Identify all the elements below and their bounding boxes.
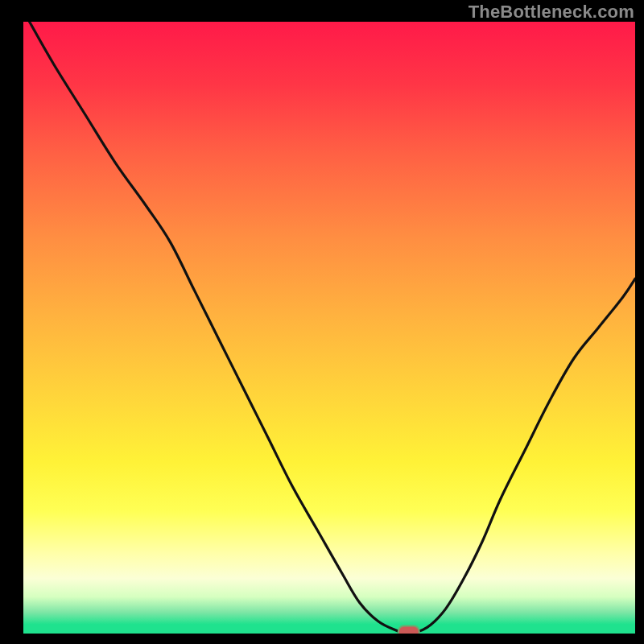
optimal-marker — [398, 626, 419, 634]
plot-area — [23, 22, 635, 634]
gradient-background — [23, 22, 635, 634]
watermark-text: TheBottleneck.com — [469, 2, 634, 23]
chart-svg — [23, 22, 635, 634]
outer-frame: TheBottleneck.com — [0, 0, 644, 644]
